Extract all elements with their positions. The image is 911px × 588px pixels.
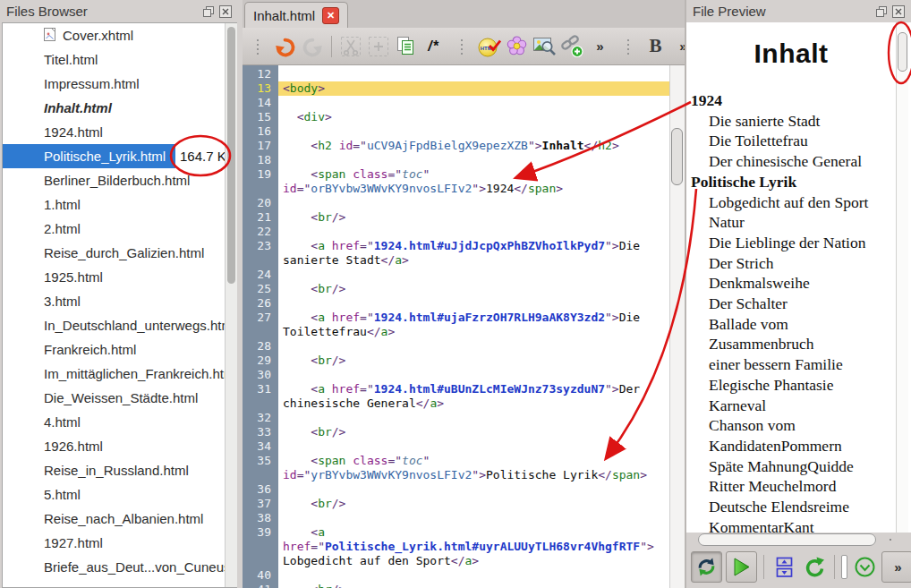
- code-line[interactable]: 36: [243, 482, 670, 497]
- toc-link[interactable]: Lobgedicht auf den Sport: [686, 192, 896, 213]
- file-item-in-deutschland-unterwegs-html[interactable]: In_Deutschland_unterwegs.html: [3, 313, 236, 337]
- code-line[interactable]: 15 <div>: [243, 110, 670, 124]
- code-line[interactable]: 20: [243, 196, 670, 210]
- code-line[interactable]: Toilettefrau</a>: [243, 325, 670, 339]
- close-panel-icon[interactable]: [892, 5, 905, 18]
- code-line[interactable]: 39 <a: [243, 525, 670, 540]
- file-item-frankreich-html[interactable]: Frankreich.html: [3, 337, 236, 362]
- file-item-5-html[interactable]: 5.html: [3, 482, 236, 507]
- code-line[interactable]: id="orBYvbw3WWvKY9nvosLFIv2">1924</span>: [243, 182, 670, 196]
- toc-link[interactable]: Ballade vom: [686, 314, 896, 335]
- code-line[interactable]: 33 <br/>: [243, 425, 670, 439]
- code-editor[interactable]: 1213<body>1415 <div>1617 <h2 id="uCV9AjF…: [243, 65, 685, 588]
- tab-close-icon[interactable]: ✕: [322, 7, 339, 24]
- code-line[interactable]: 22: [243, 225, 670, 239]
- file-item-reise-nach-albanien-html[interactable]: Reise_nach_Albanien.html: [3, 507, 236, 531]
- toc-link[interactable]: Die Lieblinge der Nation: [686, 233, 896, 253]
- code-line[interactable]: 31 <a href="1924.html#uBUnZLcMIeWJnz73sy…: [243, 382, 670, 396]
- close-panel-icon[interactable]: [219, 5, 232, 18]
- copy-button[interactable]: [366, 34, 390, 58]
- float-panel-icon[interactable]: [202, 5, 215, 18]
- toolbar-overflow[interactable]: »: [588, 34, 612, 58]
- file-item-3-html[interactable]: 3.html: [3, 289, 236, 313]
- file-item-inhalt-html[interactable]: Inhalt.html: [3, 96, 236, 120]
- toc-link[interactable]: Der chinesische General: [686, 151, 896, 172]
- code-line[interactable]: 18: [243, 153, 670, 167]
- code-line[interactable]: 24: [243, 268, 670, 282]
- file-item-1927-html[interactable]: 1927.html: [3, 531, 236, 555]
- file-item-4-html[interactable]: 4.html: [3, 410, 236, 434]
- code-line[interactable]: 27 <a href="1924.html#ujaFzrzOH7RLH9aAK8…: [243, 311, 670, 325]
- code-line[interactable]: id="yrBYvbw3WWvKY9nvosLFIv2">Politische …: [243, 468, 670, 482]
- comment-button[interactable]: /*: [421, 34, 446, 58]
- code-line[interactable]: 12: [243, 67, 670, 81]
- code-line[interactable]: 17 <h2 id="uCV9AjFpdBielgX9epezXZB">Inha…: [243, 139, 670, 153]
- files-scrollbar-thumb[interactable]: [227, 27, 235, 284]
- toc-link[interactable]: einer bessern Familie: [686, 354, 896, 375]
- search-field[interactable]: S...: [841, 555, 847, 579]
- code-line[interactable]: 32: [243, 411, 670, 425]
- code-line[interactable]: 37 <br/>: [243, 497, 670, 511]
- code-line[interactable]: Lobgedicht auf den Sport</a>: [243, 554, 670, 568]
- editor-scrollbar-thumb[interactable]: [671, 128, 683, 185]
- insert-image-button[interactable]: [532, 34, 557, 58]
- toc-link[interactable]: Späte MahnungQuidde: [686, 456, 896, 477]
- check-html-button[interactable]: HTML: [477, 34, 501, 58]
- toc-link[interactable]: KandidatenPommern: [686, 436, 896, 456]
- toc-link[interactable]: Chanson vom: [686, 415, 896, 436]
- file-item-reise-in-russland-html[interactable]: Reise_in_Russland.html: [3, 458, 236, 482]
- file-item-reise-durch-galizien-html[interactable]: Reise_durch_Galizien.html: [3, 241, 236, 265]
- bold-button[interactable]: B: [643, 34, 668, 58]
- file-item-die-weissen-st-dte-html[interactable]: Die_Weissen_Städte.html: [3, 386, 236, 410]
- toc-link[interactable]: Natur: [686, 212, 896, 233]
- toc-link[interactable]: Die Toilettefrau: [686, 131, 896, 151]
- auto-reload-preview-button[interactable]: [691, 551, 722, 583]
- tab-inhalt-html[interactable]: Inhalt.html ✕: [244, 2, 348, 28]
- code-line[interactable]: 25 <br/>: [243, 282, 670, 296]
- preview-scrollbar-track[interactable]: [896, 22, 908, 533]
- preview-hscrollbar-thumb[interactable]: [698, 533, 876, 546]
- code-line-current[interactable]: 13<body>: [243, 81, 670, 96]
- toolbar-overflow[interactable]: »: [881, 551, 911, 583]
- file-item-briefe-aus-deut-von-cuneus-html[interactable]: Briefe_aus_Deut...von_Cuneus.html: [3, 555, 236, 579]
- split-view-button[interactable]: [771, 551, 797, 583]
- code-line[interactable]: 14: [243, 96, 670, 110]
- refresh-preview-button[interactable]: [801, 551, 828, 583]
- toc-link[interactable]: Ritter Meuchelmord: [686, 476, 896, 497]
- toc-link[interactable]: Die sanierte Stadt: [686, 111, 896, 132]
- code-line[interactable]: 23 <a href="1924.html#uJjdJcpQxPhBZVhoIl…: [243, 239, 670, 253]
- undo-button[interactable]: [273, 34, 297, 58]
- file-item-im-mitt-glichen-frankreich-html[interactable]: Im_mittäglichen_Frankreich.html: [3, 362, 236, 386]
- code-line[interactable]: 16: [243, 124, 670, 139]
- code-line[interactable]: 35 <span class="toc": [243, 454, 670, 468]
- toc-link[interactable]: Elegische Phantasie: [686, 375, 896, 396]
- toc-link[interactable]: Der Strich: [686, 253, 896, 274]
- file-item-impressum-html[interactable]: Impressum.html: [3, 72, 236, 96]
- code-line[interactable]: sanierte Stadt</a>: [243, 253, 670, 268]
- file-item-1926-html[interactable]: 1926.html: [3, 434, 236, 458]
- file-item-1924-html[interactable]: 1924.html: [3, 120, 236, 144]
- code-text[interactable]: 1213<body>1415 <div>1617 <h2 id="uCV9AjF…: [243, 67, 670, 588]
- code-line[interactable]: 38: [243, 511, 670, 525]
- code-line[interactable]: 28: [243, 339, 670, 354]
- code-line[interactable]: chinesische General</a>: [243, 396, 670, 411]
- toc-link[interactable]: Der Schalter: [686, 294, 896, 314]
- code-line[interactable]: 26: [243, 296, 670, 311]
- toc-link[interactable]: KommentarKant: [686, 517, 896, 533]
- run-preview-button[interactable]: [726, 551, 757, 583]
- file-item-titel-html[interactable]: Titel.html: [3, 47, 236, 72]
- cut-button[interactable]: [338, 34, 362, 58]
- file-item-1925-html[interactable]: 1925.html: [3, 265, 236, 289]
- follow-check-button[interactable]: [851, 551, 878, 583]
- file-item-berliner-bilderbuch-html[interactable]: Berliner_Bilderbuch.html: [3, 168, 236, 192]
- code-line[interactable]: 21 <br/>: [243, 210, 670, 225]
- code-line[interactable]: 34: [243, 439, 670, 454]
- file-item-politische-lyrik-html[interactable]: Politische_Lyrik.html164.7 KB: [3, 144, 236, 168]
- float-panel-icon[interactable]: [875, 5, 888, 18]
- file-item-2-html[interactable]: 2.html: [3, 217, 236, 241]
- toc-link[interactable]: Deutsche Elendsreime: [686, 497, 896, 517]
- code-line[interactable]: 19 <span class="toc": [243, 167, 670, 182]
- paste-button[interactable]: [394, 34, 418, 58]
- insert-link-button[interactable]: [560, 34, 584, 58]
- code-line[interactable]: 40: [243, 568, 670, 583]
